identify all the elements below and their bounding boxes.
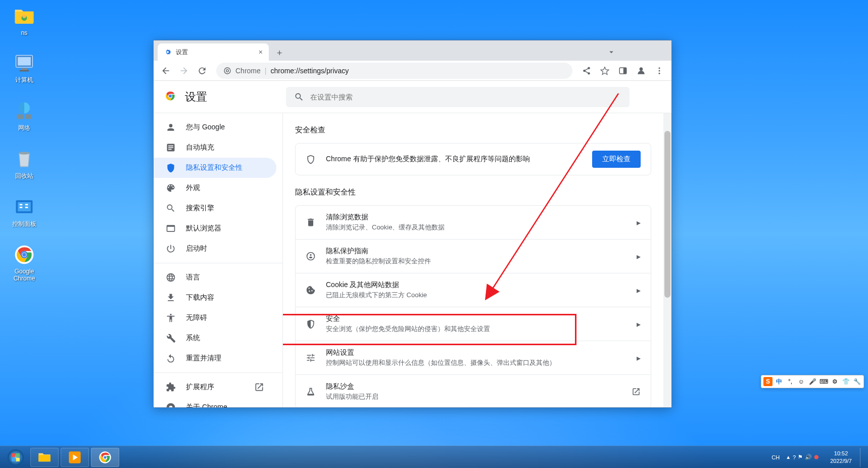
forward-button[interactable] (176, 63, 192, 79)
taskbar: CH ▲ ? ⚑ 🔊 ⬣ 10:52 2022/9/7 (0, 446, 868, 468)
setting-subtitle: 试用版功能已开启 (326, 392, 621, 401)
tab-overflow-button[interactable] (607, 48, 616, 59)
section-title-safety: 安全检查 (295, 125, 651, 135)
sidebar-item-default-browser[interactable]: 默认浏览器 (154, 218, 276, 239)
settings-search-input[interactable] (310, 93, 621, 101)
back-button[interactable] (158, 63, 174, 79)
shield-check-icon (306, 154, 316, 164)
ime-punct-icon[interactable]: °, (786, 377, 795, 386)
tray-help-icon[interactable]: ? (793, 454, 796, 460)
desktop-icon-label: 计算机 (15, 76, 33, 84)
new-tab-button[interactable]: + (273, 46, 286, 61)
setting-row-clear-browsing-data[interactable]: 清除浏览数据清除浏览记录、Cookie、缓存及其他数据 ▸ (296, 206, 651, 239)
taskbar-clock[interactable]: 10:52 2022/9/7 (825, 450, 857, 464)
settings-header: 设置 (154, 81, 671, 113)
desktop-icon-label: 回收站 (15, 172, 33, 180)
sidebar-item-label: 隐私设置和安全性 (186, 163, 243, 172)
settings-main-pane: 安全检查 Chrome 有助于保护您免受数据泄露、不良扩展程序等问题的影响 立即… (283, 113, 663, 407)
desktop-icon-label: 控制面板 (12, 220, 36, 228)
taskbar-item-explorer[interactable] (30, 448, 59, 467)
desktop-icon-network[interactable]: 网络 (6, 99, 42, 132)
tray-lang-indicator[interactable]: CH (771, 454, 780, 460)
settings-title: 设置 (185, 89, 207, 105)
sidebar-item-appearance[interactable]: 外观 (154, 178, 276, 198)
setting-row-privacy-guide[interactable]: 隐私保护指南检查重要的隐私控制设置和安全控件 ▸ (296, 239, 651, 273)
chevron-right-icon: ▸ (637, 353, 641, 363)
svg-point-26 (659, 67, 660, 69)
sidebar-item-system[interactable]: 系统 (154, 328, 276, 348)
settings-search[interactable] (286, 87, 630, 107)
scrollbar-thumb[interactable] (664, 131, 670, 298)
ime-toolbar[interactable]: S 中 °, ☺ 🎤 ⌨ ⚙ 👕 🔧 (761, 375, 864, 388)
ime-keyboard-icon[interactable]: ⌨ (819, 377, 828, 386)
sidebar-item-label: 自动填充 (186, 143, 214, 152)
wrench-icon (166, 333, 176, 343)
scrollbar[interactable] (663, 113, 671, 407)
share-button[interactable] (578, 63, 595, 79)
bookmark-button[interactable] (597, 63, 613, 79)
close-icon[interactable]: × (259, 48, 263, 56)
ime-logo-icon[interactable]: S (763, 377, 773, 386)
menu-button[interactable] (651, 63, 667, 79)
svg-point-34 (307, 253, 315, 260)
setting-title: 清除浏览数据 (326, 213, 626, 222)
setting-title: Cookie 及其他网站数据 (326, 280, 626, 290)
sidebar-item-accessibility[interactable]: 无障碍 (154, 308, 276, 328)
sidebar-item-autofill[interactable]: 自动填充 (154, 137, 276, 158)
taskbar-item-media-player[interactable] (61, 448, 89, 467)
setting-row-site-settings[interactable]: 网站设置控制网站可以使用和显示什么信息（如位置信息、摄像头、弹出式窗口及其他） … (296, 341, 651, 375)
ime-voice-icon[interactable]: 🎤 (808, 377, 817, 386)
ime-lang-indicator[interactable]: 中 (775, 377, 784, 386)
globe-icon (166, 272, 176, 283)
ime-tool-icon[interactable]: 🔧 (852, 377, 861, 386)
tab-title: 设置 (176, 48, 188, 57)
sidebar-item-privacy-security[interactable]: 隐私设置和安全性 (154, 158, 276, 178)
tray-security-icon[interactable]: ⬣ (814, 454, 819, 460)
sidebar-item-label: 系统 (186, 334, 200, 343)
desktop-icon-label: 网络 (18, 124, 30, 132)
desktop-icon-control-panel[interactable]: 控制面板 (6, 195, 42, 228)
sidebar-item-about-chrome[interactable]: 关于 Chrome (154, 397, 276, 407)
setting-subtitle: 控制网站可以使用和显示什么信息（如位置信息、摄像头、弹出式窗口及其他） (326, 358, 626, 367)
browser-tab[interactable]: 设置 × (158, 43, 269, 61)
desktop-icon-computer[interactable]: 计算机 (6, 51, 42, 84)
ime-skin-icon[interactable]: 👕 (841, 377, 850, 386)
tray-chevron-up-icon[interactable]: ▲ (786, 454, 791, 460)
sidebar-item-downloads[interactable]: 下载内容 (154, 288, 276, 308)
ime-option-icon[interactable]: ⚙ (830, 377, 839, 386)
setting-row-security[interactable]: 安全安全浏览（保护您免受危险网站的侵害）和其他安全设置 ▸ (296, 307, 651, 341)
chevron-right-icon: ▸ (637, 286, 641, 295)
sidebar-item-reset-cleanup[interactable]: 重置并清理 (154, 348, 276, 368)
desktop-icon-ns[interactable]: ns (6, 4, 42, 36)
safety-check-desc: Chrome 有助于保护您免受数据泄露、不良扩展程序等问题的影响 (326, 155, 582, 164)
side-panel-button[interactable] (615, 63, 631, 79)
trash-icon (306, 217, 316, 227)
check-now-button[interactable]: 立即检查 (592, 151, 641, 168)
svg-rect-24 (623, 68, 626, 74)
desktop-icon-google-chrome[interactable]: Google Chrome (6, 243, 42, 282)
profile-button[interactable] (633, 63, 649, 79)
reload-button[interactable] (194, 63, 210, 79)
security-icon (306, 319, 316, 329)
start-button[interactable] (2, 447, 29, 467)
setting-row-privacy-sandbox[interactable]: 隐私沙盒试用版功能已开启 (296, 375, 651, 407)
system-tray: CH ▲ ? ⚑ 🔊 ⬣ 10:52 2022/9/7 (771, 448, 866, 467)
tray-volume-icon[interactable]: 🔊 (805, 454, 812, 460)
taskbar-item-chrome[interactable] (91, 448, 119, 467)
ime-emoji-icon[interactable]: ☺ (797, 377, 806, 386)
sidebar-item-extensions[interactable]: 扩展程序 (154, 377, 276, 397)
svg-rect-7 (17, 114, 23, 119)
sidebar-item-languages[interactable]: 语言 (154, 267, 276, 288)
settings-sidebar: 您与 Google 自动填充 隐私设置和安全性 外观 搜索引擎 (154, 113, 283, 407)
desktop-icon-recycle-bin[interactable]: 回收站 (6, 147, 42, 180)
sidebar-item-label: 启动时 (186, 244, 207, 253)
sidebar-item-you-and-google[interactable]: 您与 Google (154, 117, 276, 137)
show-desktop-button[interactable] (860, 448, 864, 467)
sidebar-item-search-engine[interactable]: 搜索引擎 (154, 198, 276, 218)
setting-row-cookies[interactable]: Cookie 及其他网站数据已阻止无痕模式下的第三方 Cookie ▸ (296, 273, 651, 307)
address-input[interactable]: Chrome | chrome://settings/privacy (216, 63, 572, 79)
tray-flag-icon[interactable]: ⚑ (798, 454, 803, 460)
sidebar-item-on-startup[interactable]: 启动时 (154, 239, 276, 259)
computer-icon (12, 51, 36, 75)
tray-icons[interactable]: ▲ ? ⚑ 🔊 ⬣ (783, 452, 822, 462)
